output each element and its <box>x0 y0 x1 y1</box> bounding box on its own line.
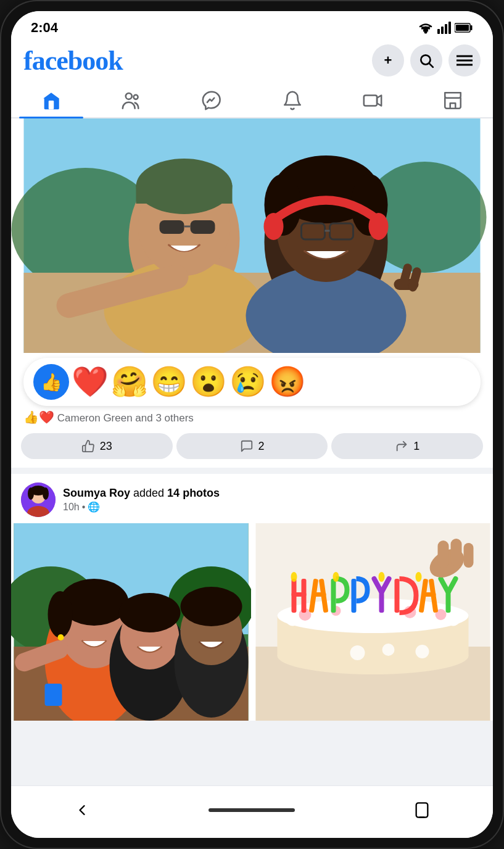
svg-point-42 <box>369 213 389 240</box>
tab-messenger[interactable] <box>171 83 252 117</box>
tab-friends[interactable] <box>91 83 171 117</box>
reaction-angry[interactable]: 😡 <box>269 365 306 399</box>
post-1-image <box>11 118 493 353</box>
rotate-button[interactable] <box>407 795 437 826</box>
search-icon <box>418 52 434 68</box>
svg-rect-27 <box>136 185 233 204</box>
header-actions: + <box>372 44 481 77</box>
svg-point-50 <box>28 487 34 500</box>
like-button[interactable]: 23 <box>21 433 173 459</box>
share-icon <box>395 439 408 453</box>
svg-point-17 <box>134 95 138 99</box>
home-indicator[interactable] <box>209 808 295 812</box>
svg-point-61 <box>58 634 64 640</box>
reaction-bar: 👍 ❤️ 🤗 😁 😮 😢 😡 <box>23 358 481 406</box>
back-icon <box>73 801 91 819</box>
svg-point-98 <box>333 572 339 582</box>
rotate-icon <box>413 801 431 819</box>
signal-icon <box>437 22 451 34</box>
phone-frame: 2:04 <box>0 0 504 849</box>
svg-point-99 <box>379 572 385 582</box>
status-time: 2:04 <box>31 20 58 36</box>
back-button[interactable] <box>67 795 97 826</box>
reaction-love[interactable]: ❤️ <box>72 365 109 399</box>
reaction-hug[interactable]: 🤗 <box>111 365 148 399</box>
share-button[interactable]: 1 <box>331 433 483 459</box>
reaction-bar-wrapper: 👍 ❤️ 🤗 😁 😮 😢 😡 <box>11 353 493 406</box>
facebook-logo: facebook <box>23 45 123 77</box>
svg-rect-96 <box>446 592 451 613</box>
svg-rect-6 <box>448 22 451 34</box>
post-1-content: 👍 ❤️ 🤗 😁 😮 😢 😡 <box>11 118 493 406</box>
add-button[interactable]: + <box>372 44 404 77</box>
svg-line-11 <box>429 64 433 67</box>
avatar-image <box>21 482 56 517</box>
svg-rect-107 <box>464 543 474 568</box>
photo-selfie-image <box>11 523 251 721</box>
menu-button[interactable] <box>448 44 481 77</box>
comment-count: 2 <box>258 440 265 453</box>
svg-point-67 <box>181 587 242 626</box>
svg-rect-18 <box>364 96 377 106</box>
post-1-actions: 23 2 1 <box>11 427 493 468</box>
svg-rect-5 <box>445 24 447 34</box>
friends-icon <box>121 90 142 111</box>
svg-point-103 <box>416 645 429 658</box>
feed-padding <box>11 727 493 739</box>
reaction-haha[interactable]: 😁 <box>151 365 188 399</box>
menu-icon <box>456 54 473 67</box>
home-icon <box>41 90 62 111</box>
reaction-sad[interactable]: 😢 <box>229 365 266 399</box>
svg-rect-84 <box>313 592 326 597</box>
svg-point-97 <box>291 572 297 582</box>
svg-rect-85 <box>331 579 336 613</box>
svg-rect-28 <box>160 220 184 234</box>
post-2-meta: Soumya Roy added 14 photos 10h • 🌐 <box>63 487 483 513</box>
svg-point-16 <box>126 93 132 99</box>
thumbs-up-icon <box>81 439 95 453</box>
bottom-bar <box>11 785 493 838</box>
svg-rect-4 <box>441 27 444 34</box>
status-icons <box>418 22 473 34</box>
svg-rect-8 <box>471 25 473 30</box>
feed: 👍 ❤️ 🤗 😁 😮 😢 😡 👍❤️ Cam <box>11 118 493 785</box>
post-2: Soumya Roy added 14 photos 10h • 🌐 <box>11 474 493 721</box>
svg-rect-3 <box>437 29 440 34</box>
svg-rect-106 <box>451 539 462 566</box>
bell-icon <box>282 90 303 111</box>
svg-point-60 <box>48 591 73 638</box>
svg-point-102 <box>382 644 395 656</box>
phone-screen: 2:04 <box>11 11 493 838</box>
messenger-icon <box>201 90 222 111</box>
tab-marketplace[interactable] <box>413 83 493 117</box>
post-1: 👍 ❤️ 🤗 😁 😮 😢 😡 👍❤️ Cam <box>11 118 493 468</box>
comment-button[interactable]: 2 <box>176 433 328 459</box>
svg-rect-105 <box>438 540 449 568</box>
svg-rect-9 <box>456 25 469 31</box>
svg-rect-93 <box>423 592 436 597</box>
post-2-avatar[interactable] <box>21 482 56 517</box>
svg-point-41 <box>264 213 284 240</box>
svg-rect-86 <box>352 579 357 613</box>
store-icon <box>442 90 463 111</box>
svg-point-64 <box>119 593 181 632</box>
tab-home[interactable] <box>11 83 91 117</box>
reaction-wow[interactable]: 😮 <box>190 365 227 399</box>
svg-rect-15 <box>49 101 54 109</box>
svg-rect-81 <box>292 592 307 597</box>
photo-cake-image <box>253 523 493 721</box>
share-count: 1 <box>413 440 419 453</box>
photo-cell-1[interactable] <box>11 523 251 721</box>
reaction-like[interactable]: 👍 <box>33 364 69 400</box>
photo-grid <box>11 523 493 721</box>
svg-rect-68 <box>45 684 62 706</box>
tab-video[interactable] <box>333 83 413 117</box>
photo-cell-2[interactable] <box>253 523 493 721</box>
search-button[interactable] <box>410 44 442 77</box>
post-1-image-container <box>11 118 493 353</box>
post-2-author: Soumya Roy added 14 photos <box>63 487 483 500</box>
comment-icon <box>240 439 254 453</box>
svg-point-51 <box>43 487 49 500</box>
svg-rect-108 <box>416 803 428 817</box>
tab-notifications[interactable] <box>252 83 333 117</box>
